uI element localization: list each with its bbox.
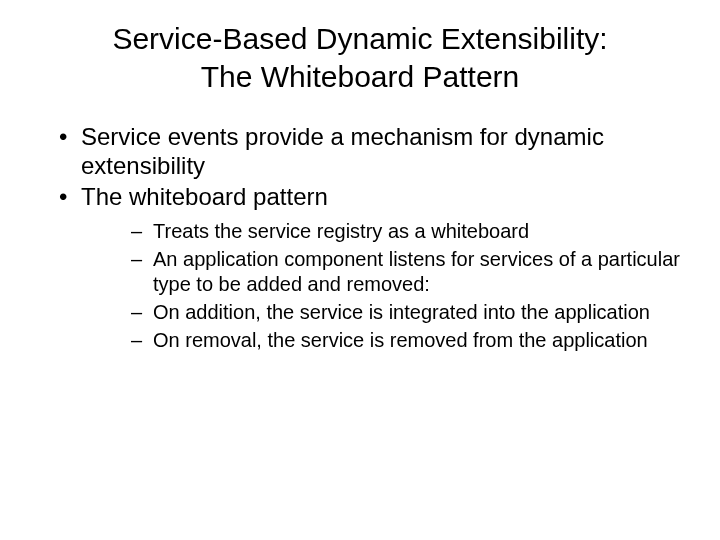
sub-bullet-text: On removal, the service is removed from … [153,329,648,351]
bullet-item: Service events provide a mechanism for d… [55,123,680,181]
slide-title: Service-Based Dynamic Extensibility: The… [40,20,680,95]
title-line-1: Service-Based Dynamic Extensibility: [112,22,607,55]
sub-bullet-text: An application component listens for ser… [153,248,680,295]
bullet-text: Service events provide a mechanism for d… [81,123,604,179]
sub-bullet-item: On addition, the service is integrated i… [129,300,680,325]
title-line-2: The Whiteboard Pattern [201,60,520,93]
bullet-text: The whiteboard pattern [81,183,328,210]
sub-bullet-text: Treats the service registry as a whitebo… [153,220,529,242]
sub-bullet-item: On removal, the service is removed from … [129,328,680,353]
sub-bullet-item: An application component listens for ser… [129,247,680,297]
main-bullet-list: Service events provide a mechanism for d… [40,123,680,353]
sub-bullet-list: Treats the service registry as a whitebo… [81,219,680,353]
bullet-item: The whiteboard pattern Treats the servic… [55,183,680,354]
sub-bullet-text: On addition, the service is integrated i… [153,301,650,323]
sub-bullet-item: Treats the service registry as a whitebo… [129,219,680,244]
